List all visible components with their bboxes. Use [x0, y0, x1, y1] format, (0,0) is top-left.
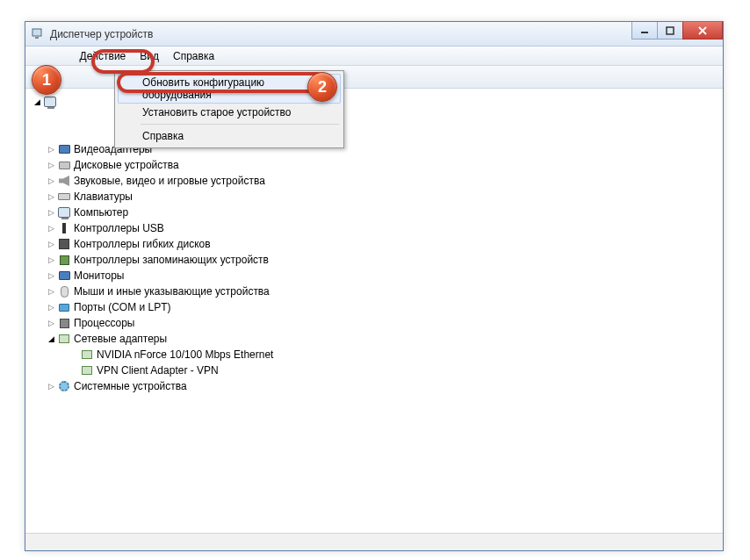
expand-arrow-icon[interactable]: ▷	[47, 240, 55, 248]
svg-rect-0	[32, 29, 41, 36]
tree-node[interactable]: ▷Порты (COM и LPT)	[27, 299, 721, 315]
menu-help[interactable]: Справка	[166, 48, 221, 64]
titlebar[interactable]: Диспетчер устройств	[25, 22, 723, 47]
expand-arrow-icon[interactable]: ▷	[47, 145, 55, 154]
tree-label: Процессоры	[74, 317, 135, 329]
tree-label: Звуковые, видео и игровые устройства	[74, 175, 265, 187]
callout-badge-1: 1	[32, 65, 61, 95]
tree-node[interactable]: ▷Контроллеры гибких дисков	[27, 236, 721, 252]
tree-node[interactable]: ▷Дисковые устройства	[27, 157, 721, 173]
tree-node[interactable]: ▷Мониторы	[27, 268, 721, 284]
net-icon	[80, 363, 94, 377]
collapse-arrow-icon[interactable]: ◢	[47, 334, 55, 343]
expand-arrow-icon[interactable]: ▷	[47, 382, 55, 391]
collapse-arrow-icon[interactable]: ◢	[32, 97, 41, 106]
tree-label: Системные устройства	[74, 380, 187, 392]
tree-label: Контроллеры USB	[74, 222, 164, 234]
tree-label: Порты (COM и LPT)	[74, 301, 171, 313]
tree-label: Клавиатуры	[74, 190, 133, 203]
expand-arrow-icon[interactable]: ▷	[47, 161, 55, 169]
expand-arrow-icon[interactable]: ▷	[47, 287, 55, 296]
sound-icon	[57, 174, 71, 188]
gear-icon	[57, 379, 71, 393]
mon-icon	[57, 269, 71, 283]
tree-label: VPN Client Adapter - VPN	[97, 364, 219, 377]
cpu-icon	[57, 316, 71, 330]
tree-label: NVIDIA nForce 10/100 Mbps Ethernet	[97, 348, 273, 361]
statusbar	[25, 533, 723, 550]
pc-icon	[43, 95, 57, 109]
menu-action[interactable]: Действие	[73, 48, 133, 64]
tree-node[interactable]: ▷Компьютер	[27, 205, 721, 220]
tree-node[interactable]: ▷Звуковые, видео и игровые устройства	[27, 173, 721, 189]
expand-arrow-icon[interactable]: ▷	[47, 176, 55, 185]
tree-label: Контроллеры запоминающих устройств	[74, 254, 269, 266]
expand-arrow-icon[interactable]: ▷	[47, 271, 55, 280]
close-button[interactable]	[682, 22, 723, 39]
chip-icon	[57, 253, 71, 267]
tree-node[interactable]: ▷Мыши и иные указывающие устройства	[27, 284, 721, 299]
mouse-icon	[57, 284, 71, 298]
menu-view[interactable]: Вид	[133, 48, 166, 64]
expand-arrow-icon[interactable]: ▷	[47, 192, 55, 201]
tree-node[interactable]: ▷Контроллеры USB	[27, 220, 721, 236]
tree-label: Сетевые адаптеры	[74, 333, 167, 345]
minimize-button[interactable]	[631, 22, 658, 39]
tree-node[interactable]: ▷Клавиатуры	[27, 189, 721, 205]
callout-badge-2: 2	[307, 72, 337, 102]
tree-label: Мыши и иные указывающие устройства	[74, 285, 270, 298]
expand-arrow-icon[interactable]: ▷	[47, 208, 55, 217]
tree-node[interactable]: VPN Client Adapter - VPN	[27, 363, 721, 378]
svg-rect-1	[35, 37, 39, 39]
port-icon	[57, 300, 71, 314]
tree-label: Компьютер	[74, 206, 128, 219]
menu-separator	[141, 124, 339, 125]
net-icon	[80, 348, 94, 362]
net-icon	[57, 332, 71, 346]
tree-node[interactable]: ▷Системные устройства	[27, 378, 721, 394]
window-title: Диспетчер устройств	[50, 28, 153, 40]
tree-label: Мониторы	[74, 269, 124, 282]
usb-icon	[57, 221, 71, 235]
tree-label: Дисковые устройства	[74, 159, 179, 171]
kbd-icon	[57, 190, 71, 204]
expand-arrow-icon[interactable]: ▷	[47, 255, 55, 264]
expand-arrow-icon[interactable]: ▷	[47, 224, 55, 233]
menubar: Файл Действие Вид Справка	[25, 47, 723, 66]
tree-node[interactable]: ▷Контроллеры запоминающих устройств	[27, 252, 721, 268]
pc-icon	[57, 205, 71, 219]
tree-node[interactable]: ◢Сетевые адаптеры	[27, 331, 721, 347]
tree-label: Контроллеры гибких дисков	[74, 238, 211, 250]
disk-icon	[57, 158, 71, 172]
expand-arrow-icon[interactable]: ▷	[47, 303, 55, 312]
svg-rect-3	[667, 27, 674, 34]
menu-add-legacy[interactable]: Установить старое устройство	[118, 104, 341, 121]
tree-node[interactable]: ▷Процессоры	[27, 315, 721, 331]
mon-icon	[57, 142, 71, 156]
menu-help-item[interactable]: Справка	[118, 127, 341, 145]
floppy-icon	[57, 237, 71, 251]
maximize-button[interactable]	[657, 22, 683, 39]
tree-node[interactable]: NVIDIA nForce 10/100 Mbps Ethernet	[27, 347, 721, 363]
window-controls	[632, 22, 723, 39]
expand-arrow-icon[interactable]: ▷	[47, 319, 55, 327]
app-icon	[31, 27, 45, 41]
device-tree[interactable]: ◢▷▷▷Видеоадаптеры▷Дисковые устройства▷Зв…	[27, 90, 721, 531]
